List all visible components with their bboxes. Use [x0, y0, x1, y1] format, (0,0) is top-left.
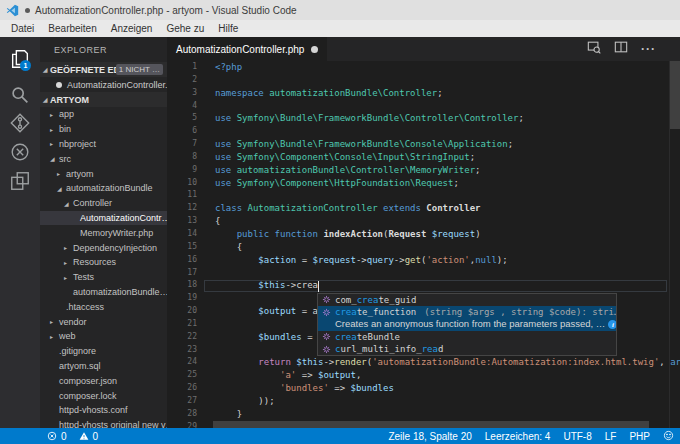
tree-item-label: nbproject	[59, 139, 96, 149]
code-line-27[interactable]: 27 ));	[167, 395, 680, 408]
suggest-item-com_create_guid[interactable]: com_create_guid	[318, 294, 616, 306]
tree-item-dependencyinjection[interactable]: ▸DependencyInjection	[40, 240, 167, 255]
tree-item-memorywriter-php[interactable]: MemoryWriter.php	[40, 225, 167, 240]
tree-item-label: Tests	[73, 272, 94, 282]
code-line-24[interactable]: 24 return $this->render('automatizationB…	[167, 356, 680, 369]
code-line-6[interactable]: 6	[167, 125, 680, 138]
tree-item-automatizationbundle[interactable]: ◢automatizationBundle	[40, 181, 167, 196]
line-number: 7	[167, 138, 197, 151]
tree-item-httpd-vhosts-conf[interactable]: httpd-vhosts.conf	[40, 403, 167, 418]
code-line-9[interactable]: 9use automatizationBundle\Controller\Mem…	[167, 164, 680, 177]
line-number: 29	[167, 421, 197, 428]
code-line-3[interactable]: 3namespace automatizationBundle\Controll…	[167, 87, 680, 100]
tree-item-controller[interactable]: ◢Controller	[40, 196, 167, 211]
code-line-18[interactable]: 18 $this->crea	[167, 279, 680, 292]
tree-item-web[interactable]: ▸web	[40, 329, 167, 344]
status-encoding[interactable]: UTF-8	[563, 431, 591, 442]
feedback-smiley-icon[interactable]	[663, 430, 674, 443]
line-number: 27	[167, 395, 197, 408]
error-count: 0	[61, 431, 67, 442]
tree-item-automatizationcontr-[interactable]: AutomatizationContr…	[40, 211, 167, 226]
tab-automatizationcontroller[interactable]: AutomatizationController.php	[167, 37, 327, 61]
tree-item-httpd-vhosts-original-new-v-[interactable]: httpd-vhosts original new v…	[40, 418, 167, 428]
code-line-4[interactable]: 4	[167, 100, 680, 113]
tree-item-app[interactable]: ▸app	[40, 107, 167, 122]
code-line-2[interactable]: 2	[167, 74, 680, 87]
open-editors-header[interactable]: ◢ GEÖFFNETE EDITOREN 1 NICHT …	[40, 62, 167, 77]
tree-item--htaccess[interactable]: .htaccess	[40, 299, 167, 314]
open-changes-icon[interactable]	[587, 40, 601, 58]
tree-item-tests[interactable]: ▸Tests	[40, 270, 167, 285]
explorer-icon[interactable]: 1	[0, 45, 40, 73]
code-line-8[interactable]: 8use Symfony\Component\Console\Input\Str…	[167, 151, 680, 164]
menu-hilfe[interactable]: Hilfe	[211, 20, 245, 37]
line-text	[197, 100, 215, 113]
code-line-1[interactable]: 1<?php	[167, 61, 680, 74]
open-editor-item[interactable]: AutomatizationController.p…	[40, 77, 167, 92]
tree-item-artyom[interactable]: ▸artyom	[40, 166, 167, 181]
line-text	[197, 189, 215, 202]
problems-status[interactable]: 0 0	[0, 431, 98, 442]
more-actions-icon[interactable]: ···	[641, 42, 656, 56]
chevron-collapsed-icon: ▸	[50, 318, 59, 325]
status-cursor-position[interactable]: Zeile 18, Spalte 20	[388, 431, 471, 442]
code-line-11[interactable]: 11	[167, 189, 680, 202]
code-editor[interactable]: 1<?php23namespace automatizationBundle\C…	[167, 61, 680, 428]
menu-gehe-zu[interactable]: Gehe zu	[159, 20, 211, 37]
window-title: AutomatizationController.php - artyom - …	[35, 5, 297, 16]
line-text: 'a' => $output,	[197, 369, 361, 382]
code-line-28[interactable]: 28 }	[167, 408, 680, 421]
horizontal-scrollbar[interactable]	[213, 421, 649, 428]
code-line-16[interactable]: 16 $action = $request->query->get('actio…	[167, 254, 680, 267]
split-editor-icon[interactable]	[614, 40, 628, 58]
debug-icon[interactable]	[0, 138, 40, 166]
code-line-12[interactable]: 12class AutomatizationController extends…	[167, 202, 680, 215]
code-line-7[interactable]: 7use Symfony\Bundle\FrameworkBundle\Cons…	[167, 138, 680, 151]
status-eol[interactable]: LF	[605, 431, 617, 442]
tree-item-composer-json[interactable]: composer.json	[40, 373, 167, 388]
line-number: 5	[167, 112, 197, 125]
tree-item-label: src	[59, 154, 71, 164]
tree-item-src[interactable]: ◢src	[40, 151, 167, 166]
line-number: 1	[167, 61, 197, 74]
code-line-5[interactable]: 5use Symfony\Bundle\FrameworkBundle\Cont…	[167, 112, 680, 125]
vertical-scrollbar[interactable]	[670, 61, 680, 129]
tree-item-nbproject[interactable]: ▸nbproject	[40, 137, 167, 152]
code-line-14[interactable]: 14 public function indexAction(Request $…	[167, 228, 680, 241]
line-number: 15	[167, 241, 197, 254]
code-line-25[interactable]: 25 'a' => $output,	[167, 369, 680, 382]
tree-item--gitignore[interactable]: .gitignore	[40, 344, 167, 359]
vertical-scrollbar-track	[669, 61, 680, 428]
menu-datei[interactable]: Datei	[4, 20, 41, 37]
suggest-item-createBundle[interactable]: createBundle	[318, 331, 616, 343]
suggest-item-curl_multi_info_read[interactable]: curl_multi_info_read	[318, 343, 616, 355]
tree-item-automatizationbundle-[interactable]: automatizationBundle…	[40, 285, 167, 300]
extensions-icon[interactable]	[0, 167, 40, 195]
chevron-expanded-icon: ◢	[50, 155, 59, 162]
warning-icon	[79, 431, 89, 441]
search-icon[interactable]	[0, 81, 40, 109]
status-indentation[interactable]: Leerzeichen: 4	[485, 431, 551, 442]
code-line-13[interactable]: 13{	[167, 215, 680, 228]
folder-section-header[interactable]: ◢ ARTYOM	[40, 92, 167, 107]
tree-item-label: artyom	[66, 169, 94, 179]
line-number: 10	[167, 177, 197, 190]
tree-item-resources[interactable]: ▸Resources	[40, 255, 167, 270]
line-text: use Symfony\Bundle\FrameworkBundle\Contr…	[197, 112, 524, 125]
code-line-26[interactable]: 26 'bundles' => $bundles	[167, 382, 680, 395]
code-line-10[interactable]: 10use Symfony\Component\HttpFoundation\R…	[167, 177, 680, 190]
info-icon[interactable]: i	[608, 320, 616, 329]
suggest-item-create_function[interactable]: create_function(string $args , string $c…	[318, 306, 616, 318]
code-line-17[interactable]: 17	[167, 267, 680, 280]
status-language[interactable]: PHP	[629, 431, 650, 442]
menu-bearbeiten[interactable]: Bearbeiten	[41, 20, 103, 37]
line-text	[197, 344, 215, 357]
code-line-15[interactable]: 15 {	[167, 241, 680, 254]
tree-item-artyom-sql[interactable]: artyom.sql	[40, 359, 167, 374]
menu-anzeigen[interactable]: Anzeigen	[104, 20, 160, 37]
tree-item-vendor[interactable]: ▸vendor	[40, 314, 167, 329]
tree-item-bin[interactable]: ▸bin	[40, 122, 167, 137]
chevron-collapsed-icon: ▸	[64, 259, 73, 266]
tree-item-composer-lock[interactable]: composer.lock	[40, 388, 167, 403]
source-control-icon[interactable]	[0, 109, 40, 137]
